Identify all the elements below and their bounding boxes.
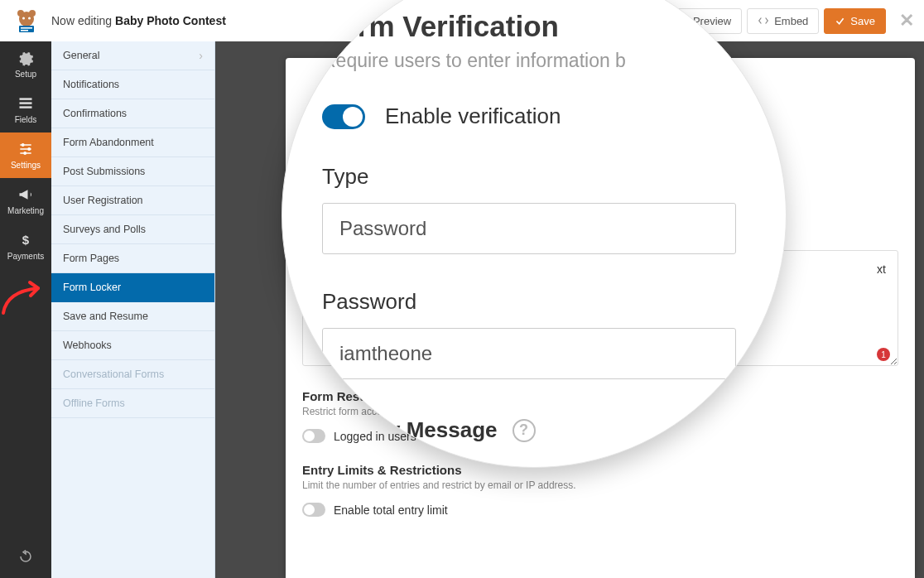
svg-rect-12 bbox=[20, 98, 32, 100]
bullhorn-icon bbox=[17, 186, 34, 203]
password-label: Password bbox=[322, 289, 746, 315]
save-button[interactable]: Save bbox=[824, 8, 886, 34]
settings-form-locker[interactable]: Form Locker bbox=[51, 273, 214, 302]
svg-rect-13 bbox=[20, 102, 32, 104]
rail-revisions[interactable] bbox=[0, 535, 51, 578]
rail-settings-label: Settings bbox=[11, 161, 41, 170]
chevron-right-icon: › bbox=[199, 49, 203, 62]
embed-label: Embed bbox=[774, 15, 808, 27]
enable-verification-label: Enable verification bbox=[385, 104, 561, 129]
type-select[interactable]: Password bbox=[322, 203, 736, 254]
rail-marketing-label: Marketing bbox=[7, 206, 44, 215]
svg-point-4 bbox=[28, 17, 31, 20]
save-label: Save bbox=[850, 15, 875, 27]
history-icon bbox=[18, 549, 33, 564]
settings-save-resume[interactable]: Save and Resume bbox=[51, 302, 214, 331]
enable-verification-row: Enable verification bbox=[322, 104, 746, 129]
svg-point-2 bbox=[29, 10, 36, 17]
entry-limits-heading: Entry Limits & Restrictions bbox=[302, 463, 898, 477]
close-icon[interactable]: ✕ bbox=[899, 10, 914, 31]
app-logo bbox=[10, 4, 43, 37]
rail-payments-label: Payments bbox=[7, 252, 44, 261]
rail-setup-label: Setup bbox=[15, 70, 36, 79]
now-editing-text: Now editing bbox=[51, 14, 112, 27]
entry-limit-toggle[interactable] bbox=[302, 503, 325, 517]
code-icon bbox=[758, 15, 769, 26]
svg-point-17 bbox=[23, 152, 26, 155]
embed-button[interactable]: Embed bbox=[747, 8, 819, 34]
entry-limit-toggle-row: Enable total entry limit bbox=[302, 503, 898, 517]
settings-post-submissions[interactable]: Post Submissions bbox=[51, 157, 214, 186]
svg-point-3 bbox=[22, 17, 25, 20]
svg-point-15 bbox=[22, 143, 25, 147]
notification-badge: 1 bbox=[877, 348, 890, 361]
svg-rect-5 bbox=[19, 26, 34, 32]
logged-in-toggle[interactable] bbox=[302, 429, 325, 443]
rail-settings[interactable]: Settings bbox=[0, 132, 51, 178]
entry-limits-subtext: Limit the number of entries and restrict… bbox=[302, 479, 898, 491]
sliders-icon bbox=[17, 141, 34, 157]
list-icon bbox=[17, 95, 34, 112]
help-tooltip-icon[interactable]: ? bbox=[513, 419, 536, 442]
settings-confirmations[interactable]: Confirmations bbox=[51, 99, 214, 128]
svg-rect-6 bbox=[21, 27, 32, 29]
settings-panel: General› Notifications Confirmations For… bbox=[51, 41, 215, 578]
svg-rect-7 bbox=[21, 30, 28, 31]
settings-webhooks[interactable]: Webhooks bbox=[51, 331, 214, 360]
dollar-icon: $ bbox=[17, 232, 34, 248]
rail-fields-label: Fields bbox=[15, 115, 37, 124]
settings-form-pages[interactable]: Form Pages bbox=[51, 244, 214, 273]
rail-fields[interactable]: Fields bbox=[0, 87, 51, 132]
settings-form-abandonment[interactable]: Form Abandonment bbox=[51, 128, 214, 157]
form-title: Baby Photo Contest bbox=[115, 14, 226, 27]
settings-notifications[interactable]: Notifications bbox=[51, 70, 214, 99]
rail-payments[interactable]: $ Payments bbox=[0, 224, 51, 269]
editing-label: Now editing Baby Photo Contest bbox=[51, 14, 226, 27]
settings-conversational-forms[interactable]: Conversational Forms bbox=[51, 360, 214, 389]
svg-point-16 bbox=[27, 147, 31, 151]
svg-rect-14 bbox=[20, 106, 32, 108]
settings-general[interactable]: General› bbox=[51, 41, 214, 70]
gear-icon bbox=[17, 50, 34, 66]
form-verification-title: Form Verification bbox=[322, 10, 746, 43]
rail-setup[interactable]: Setup bbox=[0, 41, 51, 87]
settings-user-registration[interactable]: User Registration bbox=[51, 186, 214, 215]
type-label: Type bbox=[322, 164, 746, 190]
annotation-arrow bbox=[0, 267, 53, 316]
form-verification-subtitle: Require users to enter information b bbox=[322, 50, 746, 72]
settings-offline-forms[interactable]: Offline Forms bbox=[51, 389, 214, 418]
entry-limit-label: Enable total entry limit bbox=[334, 503, 448, 517]
svg-text:$: $ bbox=[22, 233, 30, 247]
svg-point-1 bbox=[17, 10, 24, 17]
enable-verification-toggle[interactable] bbox=[322, 104, 365, 129]
settings-surveys-polls[interactable]: Surveys and Polls bbox=[51, 215, 214, 244]
password-input[interactable]: iamtheone bbox=[322, 328, 736, 379]
rail-marketing[interactable]: Marketing bbox=[0, 178, 51, 224]
check-icon bbox=[835, 16, 845, 26]
